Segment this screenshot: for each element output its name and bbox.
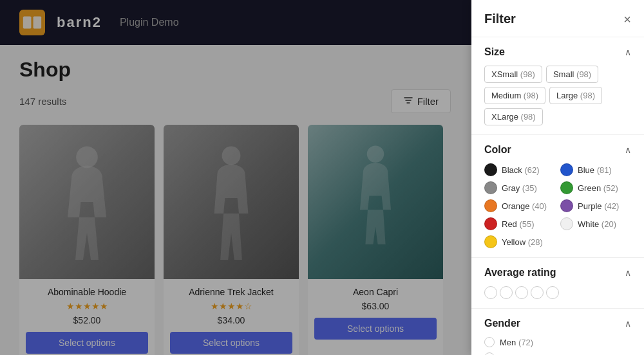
size-tag-small[interactable]: Small (98) — [546, 66, 598, 83]
gender-label-women: Women (75) — [500, 353, 545, 356]
size-section-title: Size — [484, 46, 505, 58]
gender-label-men: Men (72) — [500, 338, 533, 347]
color-item-gray[interactable]: Gray (35) — [484, 181, 555, 194]
gender-option-men[interactable]: Men (72) — [484, 337, 631, 347]
color-swatch-orange — [484, 199, 497, 212]
gender-section: Gender ∧ Men (72) Women (75) — [471, 309, 644, 355]
color-swatch-black — [484, 163, 497, 176]
color-label-purple: Purple (42) — [578, 201, 619, 211]
filter-panel: Filter × Size ∧ XSmall (98) Small (98) M… — [471, 0, 644, 355]
rating-star-2[interactable] — [500, 286, 513, 299]
color-item-orange[interactable]: Orange (40) — [484, 199, 555, 212]
color-section-header[interactable]: Color ∧ — [484, 144, 631, 156]
size-tag-large[interactable]: Large (98) — [549, 87, 602, 104]
gender-options: Men (72) Women (75) — [484, 337, 631, 355]
size-section-header[interactable]: Size ∧ — [484, 46, 631, 58]
filter-close-button[interactable]: × — [623, 13, 631, 26]
gender-section-header[interactable]: Gender ∧ — [484, 318, 631, 329]
color-item-blue[interactable]: Blue (81) — [560, 163, 631, 176]
color-section-title: Color — [484, 144, 511, 156]
rating-star-5[interactable] — [546, 286, 559, 299]
gender-chevron-icon: ∧ — [625, 318, 631, 329]
color-item-yellow[interactable]: Yellow (28) — [484, 235, 555, 248]
rating-section-title: Average rating — [484, 267, 556, 278]
color-item-white[interactable]: White (20) — [560, 217, 631, 230]
size-tags-container: XSmall (98) Small (98) Medium (98) Large… — [484, 66, 631, 125]
color-label-white: White (20) — [578, 219, 616, 229]
color-item-green[interactable]: Green (52) — [560, 181, 631, 194]
color-swatch-red — [484, 217, 497, 230]
color-swatch-green — [560, 181, 573, 194]
color-label-red: Red (55) — [502, 219, 535, 229]
radio-women — [484, 352, 495, 355]
color-label-blue: Blue (81) — [578, 165, 612, 175]
rating-chevron-icon: ∧ — [625, 268, 631, 278]
color-swatch-blue — [560, 163, 573, 176]
color-label-orange: Orange (40) — [502, 201, 547, 211]
size-section: Size ∧ XSmall (98) Small (98) Medium (98… — [471, 37, 644, 135]
color-item-red[interactable]: Red (55) — [484, 217, 555, 230]
size-tag-xlarge[interactable]: XLarge (98) — [484, 108, 543, 125]
rating-star-1[interactable] — [484, 286, 497, 299]
rating-section: Average rating ∧ — [471, 258, 644, 309]
color-label-yellow: Yellow (28) — [502, 237, 543, 247]
color-label-gray: Gray (35) — [502, 183, 537, 193]
rating-star-3[interactable] — [515, 286, 528, 299]
filter-panel-title: Filter — [484, 12, 516, 26]
color-label-black: Black (62) — [502, 165, 540, 175]
color-chevron-icon: ∧ — [625, 145, 631, 155]
color-section: Color ∧ Black (62) Blue (81) Gray (35) G… — [471, 135, 644, 258]
color-swatch-white — [560, 217, 573, 230]
color-item-purple[interactable]: Purple (42) — [560, 199, 631, 212]
filter-panel-header: Filter × — [471, 0, 644, 37]
rating-section-header[interactable]: Average rating ∧ — [484, 267, 631, 278]
radio-men — [484, 337, 495, 347]
gender-section-title: Gender — [484, 318, 520, 329]
color-swatch-purple — [560, 199, 573, 212]
color-label-green: Green (52) — [578, 183, 618, 193]
color-item-black[interactable]: Black (62) — [484, 163, 555, 176]
color-grid: Black (62) Blue (81) Gray (35) Green (52… — [484, 163, 631, 248]
rating-star-4[interactable] — [531, 286, 544, 299]
size-chevron-icon: ∧ — [625, 47, 631, 57]
color-swatch-gray — [484, 181, 497, 194]
size-tag-xsmall[interactable]: XSmall (98) — [484, 66, 542, 83]
size-tag-medium[interactable]: Medium (98) — [484, 87, 545, 104]
color-swatch-yellow — [484, 235, 497, 248]
rating-stars-container — [484, 286, 631, 299]
gender-option-women[interactable]: Women (75) — [484, 352, 631, 355]
